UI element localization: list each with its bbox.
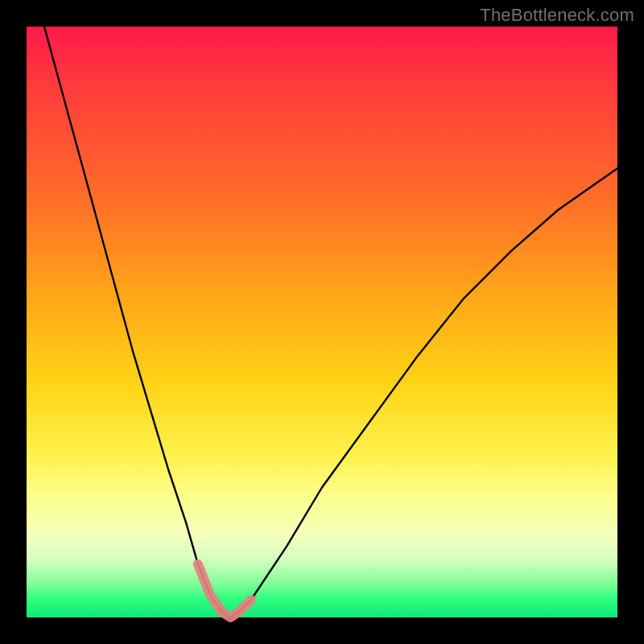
bottleneck-curve bbox=[44, 27, 617, 617]
highlight-band bbox=[198, 564, 251, 617]
watermark-text: TheBottleneck.com bbox=[480, 5, 634, 26]
chart-frame: TheBottleneck.com bbox=[0, 0, 644, 644]
curve-layer bbox=[27, 27, 617, 617]
